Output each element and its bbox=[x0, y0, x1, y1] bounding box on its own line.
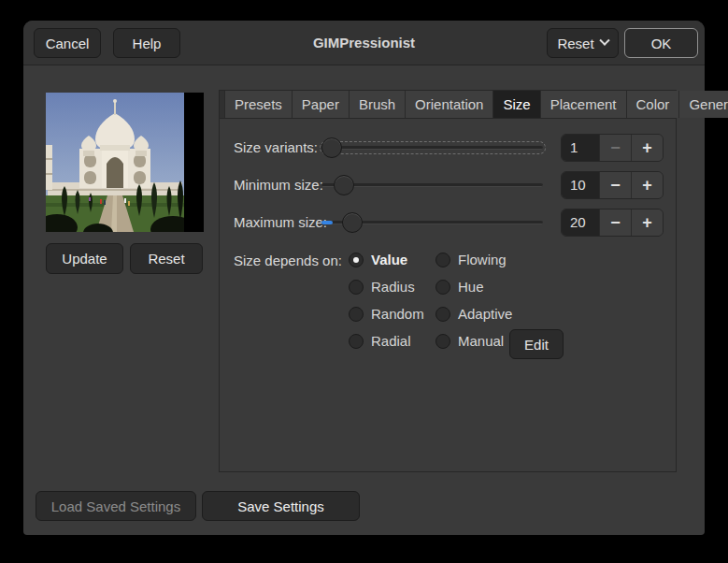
slider-track bbox=[321, 146, 543, 150]
tab-presets[interactable]: Presets bbox=[224, 91, 293, 118]
radio-button-icon bbox=[435, 307, 450, 322]
radio-button-icon bbox=[435, 334, 450, 349]
radio-button-icon bbox=[349, 307, 364, 322]
minimum-size-slider[interactable] bbox=[321, 171, 543, 199]
save-settings-button[interactable]: Save Settings bbox=[202, 491, 360, 521]
maximum-size-slider[interactable] bbox=[321, 209, 543, 237]
slider-knob[interactable] bbox=[342, 212, 363, 233]
preview-reset-button[interactable]: Reset bbox=[130, 243, 203, 274]
tab-general[interactable]: General bbox=[679, 91, 728, 118]
edit-button[interactable]: Edit bbox=[509, 329, 564, 359]
increment-button[interactable]: + bbox=[631, 209, 663, 236]
radio-radial[interactable]: Radial bbox=[349, 327, 435, 354]
decrement-button[interactable]: − bbox=[599, 209, 631, 236]
ok-button[interactable]: OK bbox=[624, 28, 698, 58]
size-variants-row: Size variants: 1 − + bbox=[219, 134, 677, 162]
slider-knob[interactable] bbox=[334, 175, 354, 195]
tab-placement[interactable]: Placement bbox=[541, 91, 627, 118]
load-saved-settings-button: Load Saved Settings bbox=[36, 491, 196, 521]
size-depends-on-options: Value Flowing Radius Hue Random Adaptive bbox=[349, 246, 512, 354]
radio-value[interactable]: Value bbox=[349, 246, 435, 273]
preview-frame bbox=[46, 93, 204, 232]
tab-strip: Presets Paper Brush Orientation Size Pla… bbox=[219, 90, 677, 119]
reset-menu-label: Reset bbox=[557, 36, 593, 51]
minimum-size-row: Minimum size: 10 − + bbox=[219, 171, 677, 199]
tab-orientation[interactable]: Orientation bbox=[406, 91, 493, 118]
radio-button-icon bbox=[349, 280, 364, 295]
radio-adaptive[interactable]: Adaptive bbox=[435, 300, 512, 327]
size-variants-value[interactable]: 1 bbox=[562, 135, 599, 161]
chevron-down-icon bbox=[599, 36, 609, 46]
size-variants-label: Size variants: bbox=[234, 134, 318, 162]
tab-color[interactable]: Color bbox=[627, 91, 680, 118]
gimpressionist-dialog: GIMPressionist Cancel Help Reset OK bbox=[23, 21, 705, 535]
settings-notebook: Presets Paper Brush Orientation Size Pla… bbox=[219, 90, 677, 472]
size-variants-spinbox: 1 − + bbox=[561, 134, 664, 162]
titlebar: GIMPressionist Cancel Help Reset OK bbox=[23, 21, 705, 65]
radio-button-icon bbox=[435, 280, 450, 295]
reset-menu-button[interactable]: Reset bbox=[547, 28, 619, 58]
slider-fill bbox=[321, 221, 333, 224]
decrement-button[interactable]: − bbox=[599, 172, 631, 198]
maximum-size-label: Maximum size: bbox=[234, 209, 327, 237]
maximum-size-row: Maximum size: 20 − + bbox=[219, 209, 677, 237]
increment-button[interactable]: + bbox=[631, 135, 663, 161]
slider-track bbox=[321, 183, 543, 187]
tab-brush[interactable]: Brush bbox=[350, 91, 406, 118]
size-depends-on-label: Size depends on: bbox=[234, 247, 342, 275]
increment-button[interactable]: + bbox=[631, 172, 663, 198]
minimum-size-value[interactable]: 10 bbox=[562, 172, 599, 198]
radio-button-icon bbox=[349, 334, 364, 349]
radio-manual[interactable]: Manual bbox=[435, 327, 512, 354]
radio-radius[interactable]: Radius bbox=[349, 273, 435, 300]
minimum-size-label: Minimum size: bbox=[234, 171, 323, 199]
maximum-size-value[interactable]: 20 bbox=[562, 209, 599, 236]
cancel-button[interactable]: Cancel bbox=[34, 28, 101, 58]
radio-button-icon bbox=[435, 253, 450, 267]
update-button[interactable]: Update bbox=[46, 243, 123, 274]
tab-paper[interactable]: Paper bbox=[293, 91, 350, 118]
radio-button-icon bbox=[349, 253, 364, 267]
preview-image bbox=[46, 93, 204, 232]
tab-size[interactable]: Size bbox=[493, 91, 540, 118]
size-variants-slider[interactable] bbox=[321, 134, 543, 162]
radio-hue[interactable]: Hue bbox=[435, 273, 512, 300]
minimum-size-spinbox: 10 − + bbox=[561, 171, 664, 199]
maximum-size-spinbox: 20 − + bbox=[561, 209, 664, 237]
radio-random[interactable]: Random bbox=[349, 300, 435, 327]
decrement-button[interactable]: − bbox=[599, 135, 631, 161]
radio-flowing[interactable]: Flowing bbox=[435, 246, 512, 273]
slider-knob[interactable] bbox=[321, 137, 342, 158]
help-button[interactable]: Help bbox=[113, 28, 180, 58]
